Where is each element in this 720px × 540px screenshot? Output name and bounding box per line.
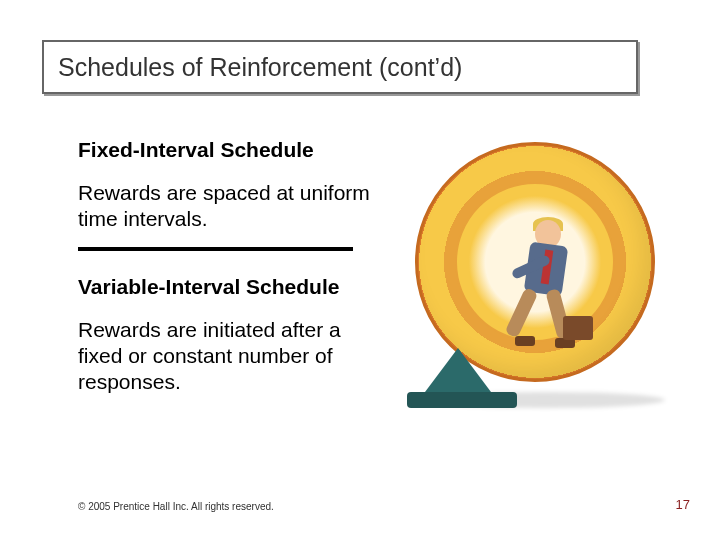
section-body: Rewards are initiated after a fixed or c… bbox=[78, 317, 378, 396]
section-heading: Fixed-Interval Schedule bbox=[78, 138, 378, 162]
briefcase-icon bbox=[563, 316, 593, 340]
title-box: Schedules of Reinforcement (cont’d) bbox=[42, 40, 638, 94]
section-body: Rewards are spaced at uniform time inter… bbox=[78, 180, 378, 233]
divider bbox=[78, 247, 353, 251]
hamster-wheel-illustration bbox=[395, 130, 675, 410]
page-number: 17 bbox=[676, 497, 690, 512]
slide: Schedules of Reinforcement (cont’d) Fixe… bbox=[0, 0, 720, 540]
section-heading: Variable-Interval Schedule bbox=[78, 275, 378, 299]
content-column: Fixed-Interval Schedule Rewards are spac… bbox=[78, 138, 378, 409]
copyright-text: © 2005 Prentice Hall Inc. All rights res… bbox=[78, 501, 274, 512]
slide-title: Schedules of Reinforcement (cont’d) bbox=[58, 53, 462, 82]
running-man-icon bbox=[505, 220, 595, 370]
wheel-base-icon bbox=[407, 392, 517, 408]
